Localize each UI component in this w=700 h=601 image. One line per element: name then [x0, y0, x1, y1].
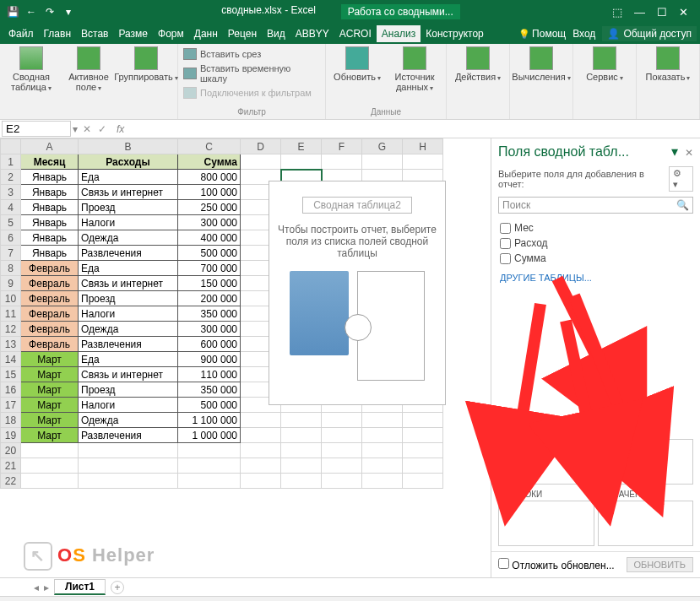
zone-columns[interactable]: СТОЛБЦЫ — [598, 426, 694, 485]
other-tables-link[interactable]: ДРУГИЕ ТАБЛИЦЫ... — [491, 269, 700, 286]
tab-acrobat[interactable]: ACROI — [334, 25, 377, 42]
tab-analyze[interactable]: Анализ — [377, 25, 421, 42]
tell-me-input[interactable]: Помощ — [518, 28, 566, 40]
qat-more-icon[interactable]: ▾ — [61, 4, 76, 19]
table-row[interactable]: 18МартОдежда1 100 000 — [1, 413, 443, 428]
filter-connections-button: Подключения к фильтрам — [183, 85, 320, 100]
active-field-button[interactable]: Активное поле — [62, 46, 115, 93]
table-row[interactable]: 21 — [1, 458, 443, 474]
pivot-illustration — [276, 271, 438, 398]
table-row[interactable]: 1МесяцРасходыСумма — [1, 154, 443, 170]
field-month[interactable]: Мес — [500, 220, 692, 236]
zone-filters[interactable]: ФИЛЬТРЫ — [498, 426, 594, 485]
filter-group-label: Фильтр — [237, 107, 266, 116]
enter-formula-icon: ✓ — [98, 123, 106, 135]
sheet-area[interactable]: A B C D E F G H 1МесяцРасходыСумма2Январ… — [0, 138, 491, 577]
fieldpane-close-icon[interactable]: ✕ — [685, 147, 693, 159]
formula-bar: ▾ ✕ ✓ fx — [0, 120, 700, 138]
fieldpane-title: Поля сводной табл... — [498, 144, 629, 160]
insert-timeline-button[interactable]: Вставить временную шкалу — [183, 62, 320, 85]
fx-icon[interactable]: fx — [117, 123, 124, 135]
data-source-button[interactable]: Источник данных — [388, 46, 441, 93]
sheet-nav-next-icon[interactable]: ▸ — [44, 582, 49, 593]
col-header-A[interactable]: A — [21, 139, 79, 154]
tools-button[interactable]: Сервис — [578, 46, 631, 83]
field-sum[interactable]: Сумма — [500, 251, 692, 266]
group-button[interactable]: Группировать — [120, 46, 172, 93]
watermark-logo: OS Helper — [24, 542, 155, 571]
tab-data[interactable]: Данн — [189, 25, 223, 42]
col-header-G[interactable]: G — [362, 139, 403, 154]
table-row[interactable]: 22 — [1, 474, 443, 489]
col-header-C[interactable]: C — [178, 139, 241, 154]
tab-design[interactable]: Конструктор — [421, 25, 488, 42]
tab-formulas[interactable]: Форм — [153, 25, 189, 42]
save-icon[interactable]: 💾 — [5, 4, 20, 19]
quick-access-toolbar: 💾 ← ↷ ▾ — [0, 4, 81, 19]
tab-abbyy[interactable]: ABBYY — [290, 25, 334, 42]
tab-insert[interactable]: Встав — [76, 25, 113, 42]
col-header-E[interactable]: E — [281, 139, 322, 154]
tab-view[interactable]: Вид — [262, 25, 290, 42]
fieldpane-subtitle: Выберите поля для добавления в отчет: — [498, 169, 669, 189]
data-group-label: Данные — [371, 107, 401, 116]
formula-input[interactable] — [129, 122, 700, 135]
search-icon: 🔍 — [676, 199, 689, 211]
zone-values[interactable]: ЗНАЧЕНИЯ — [598, 488, 694, 546]
ribbon-display-icon[interactable]: ⬚ — [612, 6, 622, 19]
sheet-tabs-bar: ◂ ▸ Лист1 + — [0, 577, 700, 596]
actions-button[interactable]: Действия — [452, 46, 504, 83]
redo-icon[interactable]: ↷ — [42, 4, 57, 19]
tab-file[interactable]: Файл — [3, 25, 39, 42]
zone-rows[interactable]: СТРОКИ — [498, 488, 594, 546]
pivot-hint-text: Чтобы построить отчет, выберите поля из … — [276, 224, 438, 259]
defer-update-checkbox[interactable]: Отложить обновлен... — [498, 558, 615, 571]
window-title: сводные.xlsx - Excel — [221, 4, 316, 19]
col-header-H[interactable]: H — [403, 139, 443, 154]
col-header-F[interactable]: F — [322, 139, 362, 154]
tab-review[interactable]: Рецен — [223, 25, 262, 42]
calculations-button[interactable]: Вычисления — [515, 46, 567, 83]
update-button: ОБНОВИТЬ — [627, 557, 693, 572]
pivot-table-button[interactable]: Сводная таблица — [5, 46, 57, 93]
select-all-corner[interactable] — [1, 139, 21, 154]
pivot-placeholder[interactable]: Сводная таблица2 Чтобы построить отчет, … — [269, 181, 446, 405]
workspace: A B C D E F G H 1МесяцРасходыСумма2Январ… — [0, 138, 700, 577]
col-header-B[interactable]: B — [79, 139, 178, 154]
share-button[interactable]: 👤Общий доступ — [602, 26, 697, 41]
close-icon[interactable]: ✕ — [679, 6, 688, 19]
status-bar: Готово ▦ ▤ ▥ − + 100% — [0, 596, 700, 601]
minimize-icon[interactable]: — — [634, 6, 645, 19]
fieldpane-gear-icon[interactable]: ⚙ ▾ — [669, 166, 693, 192]
undo-icon[interactable]: ← — [24, 4, 39, 19]
name-box[interactable] — [2, 121, 71, 137]
col-header-D[interactable]: D — [241, 139, 281, 154]
refresh-button[interactable]: Обновить — [331, 46, 383, 93]
title-bar: 💾 ← ↷ ▾ сводные.xlsx - Excel Работа со с… — [0, 0, 700, 24]
table-row[interactable]: 20 — [1, 443, 443, 458]
tab-layout[interactable]: Разме — [113, 25, 153, 42]
pivot-name-label: Сводная таблица2 — [302, 197, 412, 214]
new-sheet-button[interactable]: + — [111, 581, 124, 594]
tab-home[interactable]: Главн — [39, 25, 77, 42]
field-expense[interactable]: Расход — [500, 236, 692, 251]
fieldpane-search-input[interactable]: Поиск🔍 — [498, 197, 693, 214]
drag-hint-label: Перетащите поля в нужную область: — [491, 406, 700, 426]
insert-slicer-button[interactable]: Вставить срез — [183, 46, 320, 62]
ribbon: Сводная таблица Активное поле Группирова… — [0, 44, 700, 120]
table-row[interactable]: 19МартРазвлечения1 000 000 — [1, 428, 443, 443]
pivot-field-pane: Поля сводной табл... ▾✕ Выберите поля дл… — [491, 138, 700, 577]
ribbon-tabs: Файл Главн Встав Разме Форм Данн Рецен В… — [0, 24, 700, 44]
contextual-tab-label: Работа со сводными... — [341, 4, 460, 19]
show-button[interactable]: Показать — [642, 46, 694, 83]
fieldpane-dropdown-icon[interactable]: ▾ — [671, 144, 678, 159]
cancel-formula-icon: ✕ — [83, 123, 91, 135]
sheet-tab-active[interactable]: Лист1 — [54, 579, 106, 595]
fieldpane-fields-list: Мес Расход Сумма — [491, 217, 700, 269]
sheet-nav-prev-icon[interactable]: ◂ — [34, 582, 39, 593]
sign-in-link[interactable]: Вход — [572, 28, 595, 40]
maximize-icon[interactable]: ☐ — [657, 6, 667, 19]
